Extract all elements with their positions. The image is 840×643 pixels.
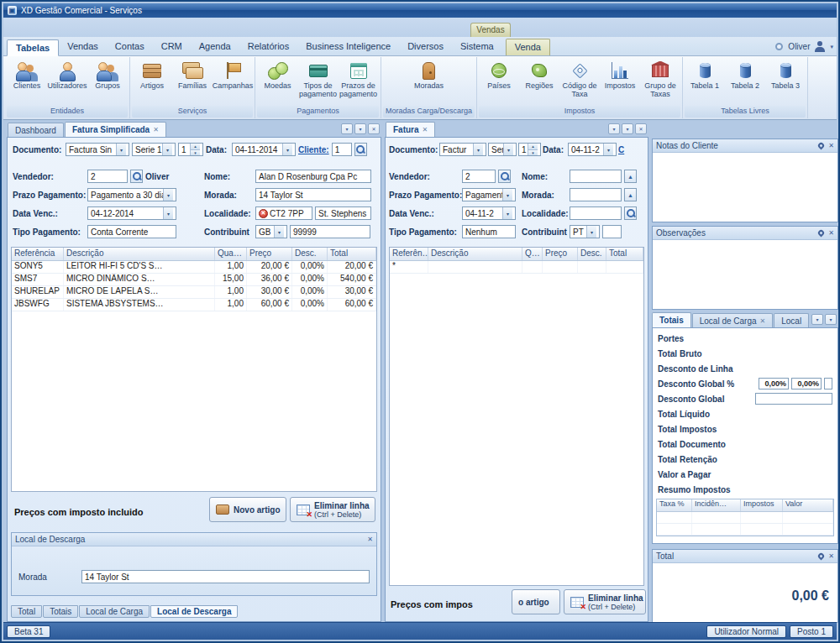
ribbon-item-clientes[interactable]: Clientes (8, 58, 46, 91)
column-header[interactable]: Preço (543, 248, 578, 260)
data-datepicker[interactable]: 04-11-2014▾ (232, 143, 296, 156)
chevron-down-icon[interactable]: ▾ (830, 44, 833, 50)
pais-combobox[interactable]: PT▾ (570, 225, 600, 238)
notas-body[interactable] (653, 153, 837, 222)
ribbon-item-moradas[interactable]: Moradas (410, 58, 449, 91)
spin-down-icon[interactable]: ▾ (191, 149, 200, 156)
ribbon-tab-venda-contextual[interactable]: Venda (506, 39, 550, 55)
chevron-down-icon[interactable]: ▾ (282, 144, 292, 155)
chevron-down-icon[interactable]: ▾ (163, 189, 173, 201)
tab-fatura[interactable]: Fatura✕ (386, 122, 435, 137)
numero-stepper[interactable]: 1▴▾ (518, 143, 541, 156)
ribbon-tab-sistema[interactable]: Sistema (452, 39, 502, 55)
tipo-input[interactable]: Nenhum (462, 225, 516, 238)
tab-totais[interactable]: Totais (43, 605, 78, 618)
nome-input[interactable]: Alan D Rosenburg Cpa Pc (255, 170, 371, 183)
column-header[interactable]: Valor (783, 499, 833, 511)
posto-badge[interactable]: Posto 1 (790, 625, 833, 638)
ribbon-item-campanhas[interactable]: Campanhas (213, 58, 252, 91)
ribbon-item-moedas[interactable]: Moedas (259, 58, 297, 91)
column-header[interactable]: Incidên… (692, 499, 741, 511)
localidade-input[interactable]: St. Stephens W… (315, 206, 371, 220)
user-mode-badge[interactable]: Utilizador Normal (706, 625, 786, 638)
chevron-down-icon[interactable]: ▾ (162, 144, 172, 155)
ribbon-tab-relatorios[interactable]: Relatórios (239, 39, 298, 55)
nome-expand-button[interactable]: ▲ (624, 170, 637, 183)
close-icon[interactable]: ✕ (153, 126, 159, 133)
documento-combobox[interactable]: Factur▾ (439, 143, 486, 156)
pin-icon[interactable] (817, 229, 826, 238)
column-header[interactable]: Referência (12, 248, 64, 260)
close-icon[interactable]: ✕ (828, 229, 834, 237)
morada-input[interactable] (570, 188, 622, 201)
close-icon[interactable]: ✕ (828, 552, 834, 560)
vendedor-search-button[interactable] (498, 170, 511, 183)
ribbon-item-tabela-1[interactable]: Tabela 1 (685, 58, 724, 91)
ribbon-item-grupo-de-taxas[interactable]: Grupo de Taxas (641, 58, 680, 99)
data-datepicker[interactable]: 04-11-2▾ (568, 143, 617, 156)
column-header[interactable]: Desc. (292, 248, 328, 260)
ribbon-item-tabela-2[interactable]: Tabela 2 (726, 58, 764, 91)
vendedor-input[interactable]: 2 (87, 170, 128, 183)
localidade-input[interactable] (570, 206, 622, 220)
chevron-down-icon[interactable]: ▾ (503, 144, 513, 155)
ribbon-tab-contas[interactable]: Contas (107, 39, 153, 55)
ribbon-item-impostos[interactable]: Impostos (601, 58, 639, 91)
close-icon[interactable]: ✕ (760, 317, 766, 325)
close-icon[interactable]: ✕ (368, 123, 380, 134)
desconto-global-input[interactable] (755, 393, 832, 405)
desconto-pct-input[interactable]: 0,00% (791, 378, 822, 389)
ribbon-tab-business-inteligence[interactable]: Business Inteligence (297, 39, 399, 55)
column-header[interactable]: Taxa % (657, 499, 692, 511)
tab-menu-icon[interactable]: ▾ (622, 123, 633, 134)
column-header[interactable]: Q… (522, 248, 543, 260)
ribbon-tab-vendas[interactable]: Vendas (59, 39, 107, 55)
table-row[interactable]: SHURELAPMICRO DE LAPELA S…1,0030,00 €0,0… (12, 286, 376, 299)
ribbon-tab-agenda[interactable]: Agenda (191, 39, 239, 55)
tipo-input[interactable]: Conta Corrente (87, 225, 176, 238)
column-header[interactable]: Total (328, 248, 376, 260)
ribbon-item-paises[interactable]: Países (480, 58, 518, 91)
eliminar-linha-button[interactable]: ✕ Eliminar linha(Ctrl + Delete) (290, 497, 375, 522)
prazo-combobox[interactable]: Pagamento a 30 dias▾ (87, 188, 176, 201)
tab-totais[interactable]: Totais (652, 312, 691, 327)
tab-local-de-carga[interactable]: Local de Carga✕ (692, 313, 774, 327)
numero-stepper[interactable]: 1▴▾ (178, 143, 203, 156)
prazo-combobox[interactable]: Pagamento▾ (462, 188, 516, 201)
chevron-down-icon[interactable]: ▾ (163, 207, 173, 219)
tab-local-de-carga[interactable]: Local de Carga (79, 605, 150, 618)
ribbon-item-regioes[interactable]: Regiões (520, 58, 559, 91)
chevron-down-icon[interactable]: ▾ (274, 226, 284, 238)
column-header[interactable]: Referên… (390, 248, 428, 260)
column-header[interactable]: Descrição (64, 248, 215, 260)
ribbon-tab-crm[interactable]: CRM (153, 39, 191, 55)
tab-scroll-icon[interactable]: ▾ (341, 123, 353, 134)
ribbon-item-artigos[interactable]: Artigos (133, 58, 171, 91)
chevron-down-icon[interactable]: ▾ (473, 144, 483, 155)
ribbon-item-grupos[interactable]: Grupos (88, 58, 127, 91)
contribuinte-input[interactable] (602, 225, 622, 238)
serie-combobox[interactable]: Serie 1▾ (132, 143, 176, 156)
ribbon-tab-diversos[interactable]: Diversos (399, 39, 452, 55)
close-icon[interactable]: ✕ (367, 536, 373, 543)
ribbon-item-prazos-de-pagamento[interactable]: Prazos de pagamento (339, 58, 378, 99)
chevron-down-icon[interactable]: ▾ (502, 189, 512, 201)
morada-input[interactable]: 14 Taylor St (255, 188, 371, 201)
tab-scroll-icon[interactable]: ▾ (608, 123, 620, 134)
table-row[interactable]: SMS7MICRO DINÂMICO S…15,0036,00 €0,00%54… (12, 274, 376, 286)
novo-artigo-button[interactable]: Novo artigo (209, 497, 286, 522)
column-header[interactable]: Qua… (215, 248, 247, 260)
cliente-search-button[interactable] (354, 143, 367, 156)
novo-artigo-button[interactable]: o artigo (512, 589, 560, 614)
ribbon-tab-tabelas[interactable]: Tabelas (7, 39, 59, 56)
morada-expand-button[interactable]: ▲ (624, 188, 637, 201)
observacoes-body[interactable] (653, 240, 837, 309)
contribuinte-input[interactable]: 99999 (290, 225, 370, 238)
pin-icon[interactable] (817, 552, 826, 561)
codigo-postal-input[interactable]: ✕CT2 7PP (255, 206, 312, 220)
pais-combobox[interactable]: GB▾ (255, 225, 287, 238)
column-header[interactable]: Preço (247, 248, 292, 260)
close-icon[interactable]: ✕ (828, 142, 834, 149)
tab-total[interactable]: Total (11, 605, 42, 618)
close-icon[interactable]: ✕ (635, 123, 647, 134)
